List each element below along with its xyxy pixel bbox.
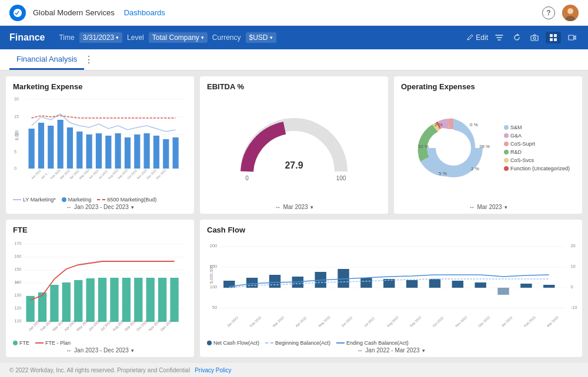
svg-rect-6 bbox=[554, 34, 557, 37]
svg-text:20: 20 bbox=[570, 243, 575, 248]
edit-icon bbox=[466, 34, 474, 42]
video-icon bbox=[568, 33, 576, 42]
operating-expenses-date[interactable]: ↔ Mar 2023 ▾ bbox=[401, 204, 575, 210]
svg-text:170: 170 bbox=[14, 241, 21, 245]
privacy-policy-link[interactable]: Privacy Policy bbox=[195, 367, 231, 373]
fte-chart: # 170 160 150 140 130 120 110 bbox=[13, 237, 187, 338]
fte-arrow-icon: ↔ bbox=[66, 347, 72, 354]
svg-text:Dec 2023: Dec 2023 bbox=[155, 169, 167, 180]
svg-rect-126 bbox=[497, 288, 509, 295]
operating-expenses-content: 0 % 38 % 2 % 5 % 52 % 2 % S&M G&A bbox=[401, 93, 575, 203]
grid-view-button[interactable] bbox=[546, 32, 561, 43]
svg-text:120: 120 bbox=[14, 306, 21, 310]
svg-text:Jan 2023: Jan 2023 bbox=[500, 316, 513, 328]
time-chevron-icon: ▾ bbox=[116, 35, 119, 41]
svg-rect-80 bbox=[74, 280, 82, 322]
svg-text:100: 100 bbox=[336, 175, 346, 181]
marketing-expense-chart: 20 15 10 5 0 $,000 bbox=[13, 93, 187, 195]
svg-text:Jul 2022: Jul 2022 bbox=[363, 317, 375, 328]
finance-toolbar: Finance Time 3/31/2023 ▾ Level Total Com… bbox=[0, 26, 588, 49]
legend-net-cashflow-icon bbox=[207, 341, 212, 345]
refresh-button[interactable] bbox=[510, 32, 523, 43]
svg-rect-7 bbox=[550, 38, 553, 41]
svg-rect-84 bbox=[122, 278, 131, 322]
svg-rect-128 bbox=[543, 285, 554, 288]
svg-text:110: 110 bbox=[14, 319, 21, 323]
cashflow-card: Cash Flow $,000,000 200 150 100 50 20 10… bbox=[200, 220, 582, 357]
dashboard-grid: Marketing Expense 20 15 10 5 0 $,000 bbox=[0, 70, 588, 363]
svg-text:Jan 2022: Jan 2022 bbox=[226, 316, 239, 328]
date-arrow-icon: ↔ bbox=[66, 204, 72, 210]
currency-filter[interactable]: $USD ▾ bbox=[246, 32, 276, 43]
svg-rect-21 bbox=[29, 129, 35, 169]
video-button[interactable] bbox=[566, 32, 579, 43]
camera-icon bbox=[530, 33, 539, 42]
svg-rect-83 bbox=[110, 278, 118, 322]
opex-arrow-icon: ↔ bbox=[469, 204, 475, 210]
legend-beginning-balance: Beginning Balance(Act) bbox=[265, 340, 330, 346]
fte-date-range[interactable]: ↔ Jan 2023 - Dec 2023 ▾ bbox=[13, 347, 187, 354]
svg-rect-124 bbox=[452, 281, 463, 288]
edit-button[interactable]: Edit bbox=[466, 33, 488, 42]
top-navigation: Global Modern Services Dashboards ? bbox=[0, 0, 588, 26]
legend-func-icon bbox=[504, 166, 509, 171]
legend-ly-marketing: LY Marketing* bbox=[13, 197, 56, 203]
svg-text:0: 0 bbox=[570, 284, 573, 290]
svg-text:5: 5 bbox=[14, 150, 16, 154]
level-filter[interactable]: Total Company ▾ bbox=[149, 32, 208, 43]
tab-more-options[interactable]: ⋮ bbox=[84, 54, 93, 70]
svg-text:Jun 2022: Jun 2022 bbox=[340, 316, 353, 328]
svg-text:Feb 2022: Feb 2022 bbox=[249, 315, 262, 328]
svg-rect-33 bbox=[144, 133, 150, 169]
svg-rect-23 bbox=[48, 126, 54, 169]
svg-point-54 bbox=[436, 130, 471, 166]
svg-text:Oct 2023: Oct 2023 bbox=[126, 169, 138, 180]
svg-text:2 %: 2 % bbox=[435, 122, 443, 127]
help-icon[interactable]: ? bbox=[542, 6, 555, 19]
ebitda-chevron-icon: ▾ bbox=[310, 204, 313, 210]
svg-text:Dec 2022: Dec 2022 bbox=[477, 315, 490, 328]
filter-button[interactable] bbox=[493, 32, 506, 43]
legend-budget-icon bbox=[97, 199, 105, 200]
svg-text:Nov 2022: Nov 2022 bbox=[455, 315, 467, 328]
currency-label: Currency bbox=[212, 33, 241, 42]
legend-fte: FTE bbox=[13, 340, 29, 346]
legend-beginning-balance-icon bbox=[265, 342, 273, 344]
marketing-legend: LY Marketing* Marketing 6500 Marketing(B… bbox=[13, 197, 187, 203]
cashflow-date-range[interactable]: ↔ Jan 2022 - Mar 2023 ▾ bbox=[207, 347, 575, 354]
svg-text:160: 160 bbox=[14, 254, 21, 258]
cashflow-arrow-icon: ↔ bbox=[357, 347, 363, 354]
workday-logo[interactable] bbox=[9, 5, 26, 21]
toolbar-actions: Edit bbox=[466, 32, 579, 43]
tab-bar: Financial Analysis ⋮ bbox=[0, 49, 588, 70]
svg-text:20: 20 bbox=[14, 97, 19, 101]
dashboards-link[interactable]: Dashboards bbox=[124, 8, 165, 17]
svg-text:150: 150 bbox=[14, 267, 21, 271]
svg-rect-87 bbox=[158, 278, 166, 322]
user-avatar[interactable] bbox=[562, 5, 579, 21]
marketing-date-range[interactable]: ↔ Jan 2023 - Dec 2023 ▾ bbox=[13, 204, 187, 210]
svg-point-1 bbox=[567, 8, 573, 14]
svg-rect-24 bbox=[58, 120, 64, 169]
ebitda-date[interactable]: ↔ Mar 2023 ▾ bbox=[207, 204, 381, 210]
cashflow-title: Cash Flow bbox=[207, 225, 575, 234]
svg-rect-30 bbox=[115, 133, 121, 169]
svg-text:Jan 2...: Jan 2... bbox=[40, 170, 49, 180]
svg-text:Sep 2022: Sep 2022 bbox=[409, 315, 422, 328]
time-filter[interactable]: 3/31/2023 ▾ bbox=[79, 32, 122, 43]
svg-rect-115 bbox=[246, 278, 258, 288]
operating-expenses-card: Operating Expenses bbox=[394, 76, 582, 214]
tab-financial-analysis[interactable]: Financial Analysis bbox=[9, 55, 84, 70]
svg-rect-8 bbox=[554, 38, 557, 41]
svg-rect-88 bbox=[170, 278, 178, 322]
svg-text:Feb 2023: Feb 2023 bbox=[523, 315, 536, 328]
fte-chevron-icon: ▾ bbox=[131, 348, 134, 354]
legend-fte-icon bbox=[13, 341, 18, 345]
ebitda-card: EBITDA % 27.9 0 100 ↔ Mar 2023 ▾ bbox=[200, 76, 388, 214]
cashflow-legend: Net Cash Flow(Act) Beginning Balance(Act… bbox=[207, 340, 575, 346]
svg-text:$,000: $,000 bbox=[15, 130, 19, 140]
marketing-expense-card: Marketing Expense 20 15 10 5 0 $,000 bbox=[6, 76, 194, 214]
svg-text:0: 0 bbox=[14, 166, 16, 170]
camera-button[interactable] bbox=[528, 32, 541, 43]
svg-rect-125 bbox=[475, 282, 486, 288]
